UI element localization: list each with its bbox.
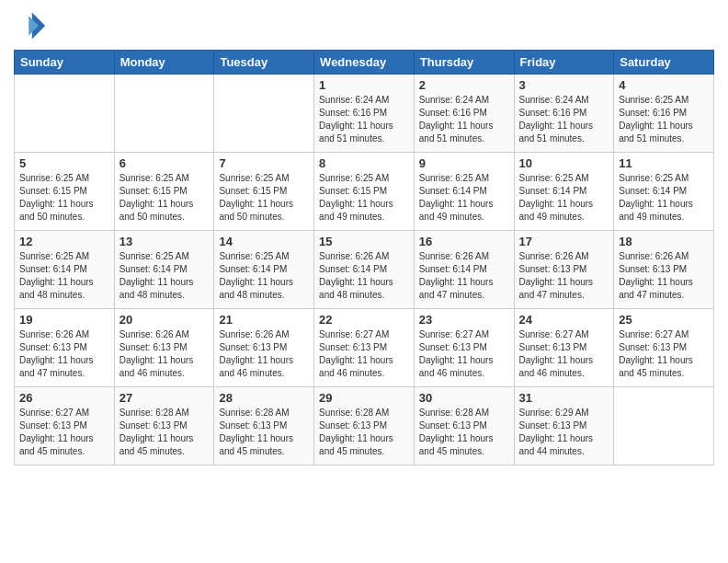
- calendar-cell: 28Sunrise: 6:28 AM Sunset: 6:13 PM Dayli…: [214, 387, 314, 465]
- day-number: 26: [19, 391, 109, 405]
- calendar-header-monday: Monday: [114, 51, 214, 75]
- calendar-cell: 20Sunrise: 6:26 AM Sunset: 6:13 PM Dayli…: [114, 309, 214, 387]
- calendar-week-2: 5Sunrise: 6:25 AM Sunset: 6:15 PM Daylig…: [15, 153, 714, 231]
- calendar-cell: [214, 75, 314, 153]
- day-info: Sunrise: 6:27 AM Sunset: 6:13 PM Dayligh…: [619, 328, 709, 380]
- calendar-week-4: 19Sunrise: 6:26 AM Sunset: 6:13 PM Dayli…: [15, 309, 714, 387]
- calendar: SundayMondayTuesdayWednesdayThursdayFrid…: [14, 50, 714, 465]
- day-info: Sunrise: 6:25 AM Sunset: 6:14 PM Dayligh…: [419, 172, 509, 224]
- day-info: Sunrise: 6:27 AM Sunset: 6:13 PM Dayligh…: [419, 328, 509, 380]
- calendar-cell: 8Sunrise: 6:25 AM Sunset: 6:15 PM Daylig…: [314, 153, 415, 231]
- day-info: Sunrise: 6:26 AM Sunset: 6:13 PM Dayligh…: [619, 250, 709, 302]
- day-info: Sunrise: 6:27 AM Sunset: 6:13 PM Dayligh…: [519, 328, 609, 380]
- day-number: 11: [619, 156, 709, 170]
- calendar-header-friday: Friday: [514, 51, 614, 75]
- calendar-cell: 16Sunrise: 6:26 AM Sunset: 6:14 PM Dayli…: [414, 231, 514, 309]
- day-info: Sunrise: 6:25 AM Sunset: 6:14 PM Dayligh…: [19, 250, 109, 302]
- day-number: 4: [619, 78, 709, 92]
- calendar-cell: 13Sunrise: 6:25 AM Sunset: 6:14 PM Dayli…: [114, 231, 214, 309]
- calendar-cell: [15, 75, 115, 153]
- day-info: Sunrise: 6:26 AM Sunset: 6:13 PM Dayligh…: [19, 328, 109, 380]
- calendar-header-row: SundayMondayTuesdayWednesdayThursdayFrid…: [15, 51, 714, 75]
- day-number: 28: [219, 391, 309, 405]
- day-info: Sunrise: 6:27 AM Sunset: 6:13 PM Dayligh…: [319, 328, 409, 380]
- calendar-cell: 23Sunrise: 6:27 AM Sunset: 6:13 PM Dayli…: [414, 309, 514, 387]
- calendar-cell: 4Sunrise: 6:25 AM Sunset: 6:16 PM Daylig…: [614, 75, 714, 153]
- day-info: Sunrise: 6:28 AM Sunset: 6:13 PM Dayligh…: [319, 407, 409, 458]
- day-number: 14: [219, 235, 309, 248]
- day-info: Sunrise: 6:25 AM Sunset: 6:14 PM Dayligh…: [519, 172, 609, 224]
- calendar-cell: 2Sunrise: 6:24 AM Sunset: 6:16 PM Daylig…: [414, 75, 514, 153]
- day-info: Sunrise: 6:29 AM Sunset: 6:13 PM Dayligh…: [519, 407, 609, 458]
- calendar-cell: 3Sunrise: 6:24 AM Sunset: 6:16 PM Daylig…: [514, 75, 614, 153]
- calendar-cell: 6Sunrise: 6:25 AM Sunset: 6:15 PM Daylig…: [114, 153, 214, 231]
- day-number: 18: [619, 235, 709, 248]
- day-info: Sunrise: 6:24 AM Sunset: 6:16 PM Dayligh…: [419, 94, 509, 145]
- day-info: Sunrise: 6:27 AM Sunset: 6:13 PM Dayligh…: [19, 407, 109, 458]
- calendar-cell: [114, 75, 214, 153]
- day-number: 25: [619, 313, 709, 327]
- day-number: 27: [119, 391, 210, 405]
- day-info: Sunrise: 6:26 AM Sunset: 6:13 PM Dayligh…: [219, 328, 309, 380]
- day-number: 17: [519, 235, 609, 248]
- calendar-cell: 11Sunrise: 6:25 AM Sunset: 6:14 PM Dayli…: [614, 153, 714, 231]
- day-info: Sunrise: 6:25 AM Sunset: 6:16 PM Dayligh…: [619, 94, 709, 145]
- day-info: Sunrise: 6:26 AM Sunset: 6:14 PM Dayligh…: [319, 250, 409, 302]
- day-number: 15: [319, 235, 409, 248]
- day-number: 1: [319, 78, 409, 92]
- day-info: Sunrise: 6:25 AM Sunset: 6:15 PM Dayligh…: [19, 172, 109, 224]
- calendar-cell: 27Sunrise: 6:28 AM Sunset: 6:13 PM Dayli…: [114, 387, 214, 465]
- day-number: 29: [319, 391, 409, 405]
- day-number: 22: [319, 313, 409, 327]
- calendar-cell: 14Sunrise: 6:25 AM Sunset: 6:14 PM Dayli…: [214, 231, 314, 309]
- calendar-week-3: 12Sunrise: 6:25 AM Sunset: 6:14 PM Dayli…: [15, 231, 714, 309]
- day-number: 9: [419, 156, 509, 170]
- day-info: Sunrise: 6:26 AM Sunset: 6:13 PM Dayligh…: [119, 328, 210, 380]
- calendar-cell: 30Sunrise: 6:28 AM Sunset: 6:13 PM Dayli…: [414, 387, 514, 465]
- day-number: 24: [519, 313, 609, 327]
- day-info: Sunrise: 6:26 AM Sunset: 6:14 PM Dayligh…: [419, 250, 509, 302]
- day-number: 7: [219, 156, 309, 170]
- calendar-cell: 12Sunrise: 6:25 AM Sunset: 6:14 PM Dayli…: [15, 231, 115, 309]
- calendar-header-thursday: Thursday: [414, 51, 514, 75]
- day-number: 10: [519, 156, 609, 170]
- day-number: 31: [519, 391, 609, 405]
- calendar-week-5: 26Sunrise: 6:27 AM Sunset: 6:13 PM Dayli…: [15, 387, 714, 465]
- calendar-cell: 1Sunrise: 6:24 AM Sunset: 6:16 PM Daylig…: [314, 75, 415, 153]
- day-info: Sunrise: 6:24 AM Sunset: 6:16 PM Dayligh…: [519, 94, 609, 145]
- day-info: Sunrise: 6:28 AM Sunset: 6:13 PM Dayligh…: [419, 407, 509, 458]
- day-info: Sunrise: 6:26 AM Sunset: 6:13 PM Dayligh…: [519, 250, 609, 302]
- calendar-cell: 31Sunrise: 6:29 AM Sunset: 6:13 PM Dayli…: [514, 387, 614, 465]
- calendar-header-sunday: Sunday: [15, 51, 115, 75]
- day-info: Sunrise: 6:25 AM Sunset: 6:15 PM Dayligh…: [219, 172, 309, 224]
- day-number: 20: [119, 313, 210, 327]
- calendar-week-1: 1Sunrise: 6:24 AM Sunset: 6:16 PM Daylig…: [15, 75, 714, 153]
- calendar-header-tuesday: Tuesday: [214, 51, 314, 75]
- day-info: Sunrise: 6:25 AM Sunset: 6:14 PM Dayligh…: [119, 250, 210, 302]
- day-number: 12: [19, 235, 109, 248]
- calendar-cell: 25Sunrise: 6:27 AM Sunset: 6:13 PM Dayli…: [614, 309, 714, 387]
- day-number: 13: [119, 235, 210, 248]
- calendar-cell: 22Sunrise: 6:27 AM Sunset: 6:13 PM Dayli…: [314, 309, 415, 387]
- day-number: 16: [419, 235, 509, 248]
- day-number: 3: [519, 78, 609, 92]
- calendar-header-saturday: Saturday: [614, 51, 714, 75]
- calendar-cell: 10Sunrise: 6:25 AM Sunset: 6:14 PM Dayli…: [514, 153, 614, 231]
- calendar-cell: 26Sunrise: 6:27 AM Sunset: 6:13 PM Dayli…: [15, 387, 115, 465]
- calendar-cell: 17Sunrise: 6:26 AM Sunset: 6:13 PM Dayli…: [514, 231, 614, 309]
- calendar-cell: 21Sunrise: 6:26 AM Sunset: 6:13 PM Dayli…: [214, 309, 314, 387]
- logo-icon: [14, 9, 47, 42]
- calendar-header-wednesday: Wednesday: [314, 51, 415, 75]
- page-header: [14, 9, 714, 42]
- day-info: Sunrise: 6:25 AM Sunset: 6:14 PM Dayligh…: [219, 250, 309, 302]
- day-number: 5: [19, 156, 109, 170]
- day-number: 21: [219, 313, 309, 327]
- logo: [14, 9, 51, 42]
- calendar-cell: 18Sunrise: 6:26 AM Sunset: 6:13 PM Dayli…: [614, 231, 714, 309]
- day-info: Sunrise: 6:25 AM Sunset: 6:15 PM Dayligh…: [319, 172, 409, 224]
- day-number: 19: [19, 313, 109, 327]
- day-info: Sunrise: 6:28 AM Sunset: 6:13 PM Dayligh…: [119, 407, 210, 458]
- calendar-cell: 15Sunrise: 6:26 AM Sunset: 6:14 PM Dayli…: [314, 231, 415, 309]
- day-number: 2: [419, 78, 509, 92]
- day-info: Sunrise: 6:24 AM Sunset: 6:16 PM Dayligh…: [319, 94, 409, 145]
